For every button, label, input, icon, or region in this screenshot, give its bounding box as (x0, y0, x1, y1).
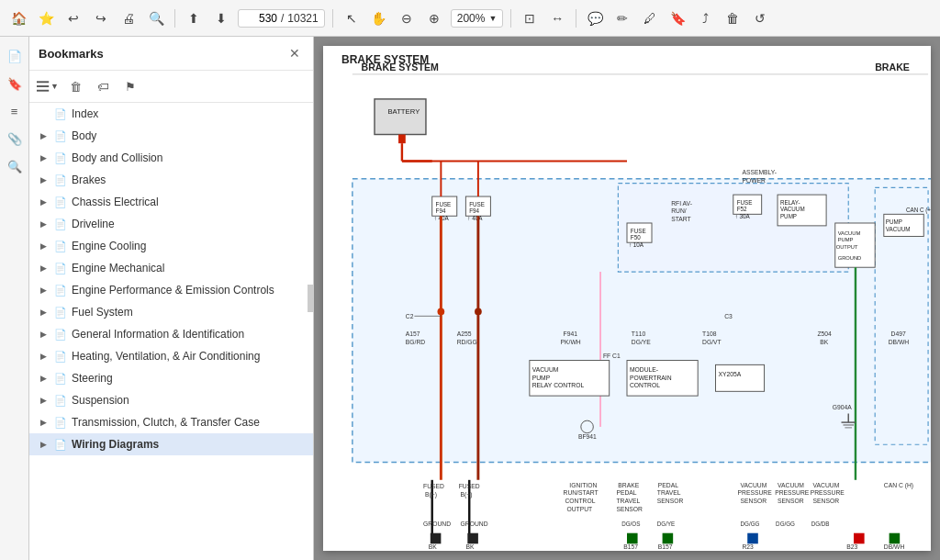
chevron-fuel-icon: ▶ (37, 306, 50, 319)
close-bookmarks-button[interactable]: ✕ (285, 44, 304, 62)
toolbar: 🏠 ⭐ ↩ ↪ 🖨 🔍 ⬆ ⬇ / 10321 ↖ ✋ ⊖ ⊕ 200% ▼ ⊡… (0, 0, 940, 37)
draw-icon[interactable]: 🖊 (639, 7, 661, 29)
sidebar-page-icon[interactable]: 📄 (3, 44, 27, 68)
svg-text:RFI AV-: RFI AV- (671, 200, 692, 207)
print-icon[interactable]: 🖨 (118, 7, 140, 29)
zoom-out-icon[interactable]: ⊖ (396, 7, 418, 29)
svg-text:F50: F50 (631, 234, 641, 241)
svg-text:DG/YE: DG/YE (657, 521, 676, 527)
chevron-index-icon (37, 107, 50, 120)
svg-rect-127 (890, 533, 901, 544)
sidebar-bookmark-icon[interactable]: 🔖 (3, 72, 27, 95)
delete-bookmark-button[interactable]: 🗑 (64, 75, 86, 97)
sidebar-search-icon[interactable]: 🔍 (3, 154, 27, 178)
bookmark-item-wiring[interactable]: ▶ 📄 Wiring Diagrams (29, 433, 313, 455)
bookmark-hvac-icon: 📄 (53, 349, 68, 364)
bookmark-wiring-icon: 📄 (53, 437, 68, 452)
list-view-button[interactable]: ▼ (37, 75, 59, 97)
bookmark-engine-cooling-icon: 📄 (53, 239, 68, 253)
sidebar-layers-icon[interactable]: ≡ (3, 99, 27, 123)
bookmark-item-driveline[interactable]: ▶ 📄 Driveline (29, 213, 313, 235)
separator-1 (174, 9, 175, 28)
svg-rect-10 (398, 134, 406, 143)
svg-text:VACUUM: VACUUM (838, 230, 861, 236)
svg-text:D497: D497 (891, 330, 906, 337)
bookmark-body-label: Body (72, 129, 308, 142)
collapse-panel-handle[interactable]: ‹ (308, 285, 314, 312)
bookmark-item-fuel[interactable]: ▶ 📄 Fuel System (29, 301, 313, 323)
bookmark-item-general[interactable]: ▶ 📄 General Information & Identification (29, 323, 313, 345)
svg-text:B157: B157 (658, 543, 673, 550)
bookmark-transmission-icon: 📄 (53, 415, 68, 430)
undo-icon[interactable]: ↺ (749, 7, 771, 29)
flag-button[interactable]: ⚑ (119, 75, 141, 97)
bookmark-driveline-icon: 📄 (53, 217, 68, 231)
svg-rect-1 (37, 85, 49, 87)
svg-text:FUSE: FUSE (737, 199, 753, 206)
svg-text:↑ 30A: ↑ 30A (735, 213, 751, 219)
bookmarks-list: 📄 Index ▶ 📄 Body ▶ 📄 Body and Collision … (29, 103, 313, 560)
svg-text:SENSOR: SENSOR (813, 498, 840, 504)
bookmark-item-hvac[interactable]: ▶ 📄 Heating, Ventilation, & Air Conditio… (29, 345, 313, 367)
prev-page-icon[interactable]: ⬆ (183, 7, 205, 29)
trash-icon[interactable]: 🗑 (722, 7, 744, 29)
next-page-icon[interactable]: ⬇ (210, 7, 232, 29)
svg-text:POWER: POWER (742, 177, 766, 184)
bookmark-icon[interactable]: ⭐ (35, 7, 57, 29)
svg-point-60 (475, 308, 482, 316)
svg-text:IGNITION: IGNITION (569, 482, 597, 488)
back-icon[interactable]: ↩ (62, 7, 84, 29)
svg-text:F941: F941 (564, 330, 578, 337)
bookmark-item-brakes[interactable]: ▶ 📄 Brakes (29, 169, 313, 191)
bookmark-item-body[interactable]: ▶ 📄 Body (29, 125, 313, 147)
bookmark-item-engine-mech[interactable]: ▶ 📄 Engine Mechanical (29, 257, 313, 279)
svg-text:POWERTRAIN: POWERTRAIN (630, 375, 672, 381)
svg-text:RUN/: RUN/ (671, 207, 687, 214)
share-icon[interactable]: ⤴ (694, 7, 716, 29)
list-view-icon (37, 80, 50, 93)
comment-icon[interactable]: 💬 (584, 7, 606, 29)
forward-icon[interactable]: ↪ (90, 7, 112, 29)
svg-rect-2 (37, 90, 49, 92)
stamp-icon[interactable]: 🔖 (666, 7, 688, 29)
zoom-display[interactable]: 200% ▼ (451, 9, 504, 28)
bookmark-item-engine-perf[interactable]: ▶ 📄 Engine Performance & Emission Contro… (29, 279, 313, 301)
svg-text:GROUND: GROUND (461, 521, 488, 527)
svg-text:Z504: Z504 (817, 330, 832, 337)
svg-text:CONTROL: CONTROL (630, 382, 660, 388)
svg-text:VACUUM: VACUUM (813, 482, 840, 488)
bookmark-item-engine-cooling[interactable]: ▶ 📄 Engine Cooling (29, 235, 313, 257)
bookmark-item-chassis[interactable]: ▶ 📄 Chassis Electrical (29, 191, 313, 213)
cursor-icon[interactable]: ↖ (341, 7, 363, 29)
separator-3 (510, 9, 511, 28)
svg-text:VACUUM: VACUUM (780, 206, 805, 212)
bookmark-item-index[interactable]: 📄 Index (29, 103, 313, 125)
svg-text:TRAVEL: TRAVEL (657, 489, 681, 496)
chevron-suspension-icon: ▶ (37, 394, 50, 407)
zoom-scan-icon[interactable]: 🔍 (145, 7, 167, 29)
fit-page-icon[interactable]: ⊡ (519, 7, 541, 29)
bookmark-item-transmission[interactable]: ▶ 📄 Transmission, Clutch, & Transfer Cas… (29, 411, 313, 433)
svg-text:SENSOR: SENSOR (657, 498, 684, 504)
bookmark-wiring-label: Wiring Diagrams (72, 438, 308, 451)
bookmark-item-body-collision[interactable]: ▶ 📄 Body and Collision (29, 147, 313, 169)
bookmark-item-suspension[interactable]: ▶ 📄 Suspension (29, 389, 313, 411)
add-tag-button[interactable]: 🏷 (92, 75, 114, 97)
page-number-input[interactable] (244, 12, 277, 25)
svg-text:RELAY-: RELAY- (780, 199, 800, 206)
sidebar-attach-icon[interactable]: 📎 (3, 127, 27, 151)
highlight-icon[interactable]: ✏ (611, 7, 633, 29)
svg-text:PK/WH: PK/WH (561, 339, 581, 345)
hand-icon[interactable]: ✋ (368, 7, 390, 29)
zoom-in-icon[interactable]: ⊕ (423, 7, 445, 29)
svg-text:FUSE: FUSE (436, 201, 452, 207)
fit-width-icon[interactable]: ↔ (546, 7, 568, 29)
svg-text:GROUND: GROUND (423, 521, 451, 527)
home-icon[interactable]: 🏠 (7, 7, 29, 29)
svg-text:XY205A: XY205A (718, 371, 741, 377)
svg-text:ASSEMBLY-: ASSEMBLY- (742, 169, 777, 175)
svg-text:DG/GG: DG/GG (776, 521, 795, 527)
bookmark-item-steering[interactable]: ▶ 📄 Steering (29, 367, 313, 389)
svg-text:CAN C (H): CAN C (H) (884, 482, 913, 489)
svg-text:PEDAL: PEDAL (658, 482, 678, 488)
